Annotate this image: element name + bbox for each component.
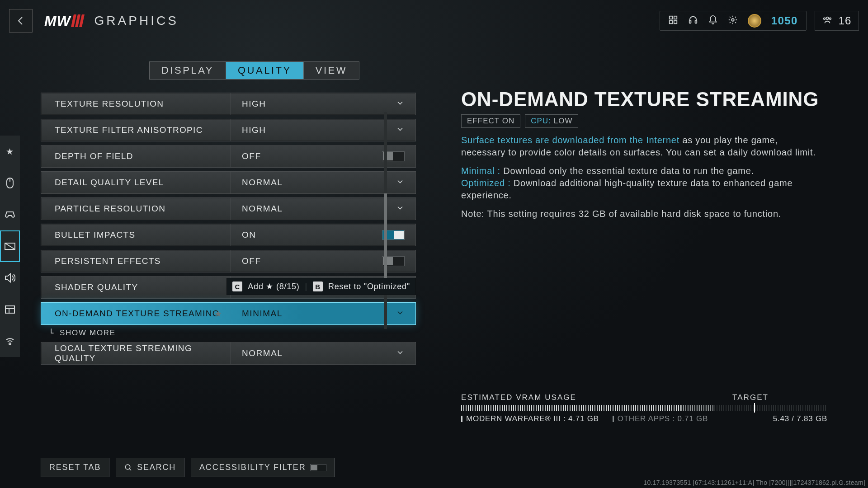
vram-total: 5.43 / 7.83 GB [773,414,827,423]
setting-row-bullet-impacts[interactable]: BULLET IMPACTSON [41,224,416,246]
vram-game: MODERN WARFARE® III : 4.71 GB [461,414,599,423]
setting-row-texture-filter-anisotropic[interactable]: TEXTURE FILTER ANISOTROPICHIGH [41,119,416,141]
setting-label: PERSISTENT EFFECTS [41,250,231,272]
svg-rect-3 [674,20,676,23]
svg-line-20 [129,469,131,470]
reset-tab-button[interactable]: RESET TAB [41,458,109,477]
tab-display[interactable]: DISPLAY [150,62,226,79]
svg-rect-15 [5,306,14,313]
svg-marker-14 [5,274,10,282]
chevron-down-icon [396,125,405,136]
favorite-star-icon: ★ [214,309,222,319]
tab-view[interactable]: VIEW [303,62,359,79]
vram-bar [461,405,827,411]
party-count: 16 [839,14,851,27]
setting-label: LOCAL TEXTURE STREAMING QUALITY [41,343,231,364]
rail-network[interactable] [0,325,20,357]
build-string: 10.17.19373551 [67:143:11261+11:A] Tho [… [643,479,865,486]
svg-point-8 [824,18,826,19]
rail-controller[interactable] [0,199,20,230]
setting-label: TEXTURE FILTER ANISOTROPIC [41,119,231,141]
back-button[interactable] [9,9,33,33]
rail-audio[interactable] [0,262,20,294]
chevron-down-icon [396,177,405,188]
party-widget[interactable]: 16 [815,11,859,31]
vram-usage: ESTIMATED VRAM USAGE TARGET MODERN WARFA… [461,393,827,423]
vram-target-label: TARGET [732,393,769,402]
setting-row-particle-resolution[interactable]: PARTICLE RESOLUTIONNORMAL [41,197,416,220]
accessibility-filter-button[interactable]: ACCESSIBILITY FILTER [191,458,335,477]
setting-value[interactable]: MINIMAL [231,303,415,324]
description-title: ON-DEMAND TEXTURE STREAMING [461,88,827,111]
setting-value[interactable]: ON [231,224,415,246]
search-icon [124,464,132,472]
setting-row-persistent-effects[interactable]: PERSISTENT EFFECTSOFF [41,250,416,272]
bell-icon[interactable] [708,15,718,27]
chevron-down-icon [396,348,405,359]
svg-rect-5 [695,20,697,23]
setting-row-detail-quality-level[interactable]: DETAIL QUALITY LEVELNORMAL [41,171,416,194]
chevron-down-icon [396,99,405,110]
setting-label: BULLET IMPACTS [41,224,231,246]
hint-key-b: B [313,282,323,291]
currency-amount[interactable]: 1050 [771,14,798,27]
currency-coin-icon [748,14,761,28]
svg-point-6 [731,19,734,21]
setting-value[interactable]: OFF [231,145,415,167]
setting-value[interactable]: HIGH [231,119,415,141]
vram-est-label: ESTIMATED VRAM USAGE [461,393,576,402]
setting-value[interactable]: OFF [231,250,415,272]
tab-quality[interactable]: QUALITY [226,62,303,79]
setting-label: DEPTH OF FIELD [41,145,231,167]
svg-rect-2 [669,20,672,23]
setting-row-on-demand-texture-streaming[interactable]: ON-DEMAND TEXTURE STREAMING★MINIMAL [41,302,416,325]
graphics-tabs: DISPLAYQUALITYVIEW [149,61,359,80]
badge-effect-on: EFFECT ON [461,114,520,128]
setting-label: TEXTURE RESOLUTION [41,93,231,115]
apps-icon[interactable] [668,15,678,27]
setting-row-depth-of-field[interactable]: DEPTH OF FIELDOFF [41,145,416,168]
rail-interface[interactable] [0,294,20,325]
svg-rect-1 [674,16,676,19]
setting-value[interactable]: NORMAL [231,172,415,193]
badge-cpu: CPU: LOW [525,114,578,128]
chevron-down-icon [396,203,405,215]
vram-other: OTHER APPS : 0.71 GB [613,414,708,423]
svg-point-19 [125,465,130,469]
setting-value[interactable]: NORMAL [231,198,415,220]
chevron-down-icon [396,308,405,319]
show-more[interactable]: └SHOW MORE [49,328,416,338]
headset-icon[interactable] [688,15,698,27]
party-icon [822,15,832,27]
setting-value[interactable]: HIGH [231,93,415,115]
setting-row-local-texture-streaming-quality[interactable]: LOCAL TEXTURE STREAMING QUALITYNORMAL [41,342,416,365]
settings-rail: ★ [0,136,20,357]
setting-value[interactable]: NORMAL [231,343,415,364]
setting-label: DETAIL QUALITY LEVEL [41,172,231,193]
svg-point-9 [829,18,831,19]
accessibility-toggle[interactable] [310,464,326,471]
game-logo: MW [44,13,83,29]
setting-label: SHADER QUALITY [41,277,231,298]
search-button[interactable]: SEARCH [116,458,184,477]
hint-key-c: C [232,282,242,291]
list-scrollbar[interactable] [384,112,387,329]
svg-line-13 [5,243,15,249]
rail-favorites[interactable]: ★ [0,136,20,167]
svg-point-7 [826,17,829,19]
svg-point-18 [9,343,11,345]
gear-icon[interactable] [728,15,738,27]
setting-description: ON-DEMAND TEXTURE STREAMING EFFECT ON CP… [461,88,827,220]
rail-mouse[interactable] [0,167,20,199]
svg-rect-0 [669,16,672,19]
controller-hint: C Add ★ (8/15) | B Reset to "Optimized" [226,278,416,295]
scrollbar-thumb[interactable] [384,193,387,288]
settings-list: C Add ★ (8/15) | B Reset to "Optimized" … [41,93,416,409]
setting-row-texture-resolution[interactable]: TEXTURE RESOLUTIONHIGH [41,93,416,115]
svg-rect-4 [689,20,691,23]
setting-label: PARTICLE RESOLUTION [41,198,231,220]
page-title: GRAPHICS [94,14,179,28]
setting-label: ON-DEMAND TEXTURE STREAMING★ [41,303,231,324]
rail-graphics[interactable] [0,230,20,262]
